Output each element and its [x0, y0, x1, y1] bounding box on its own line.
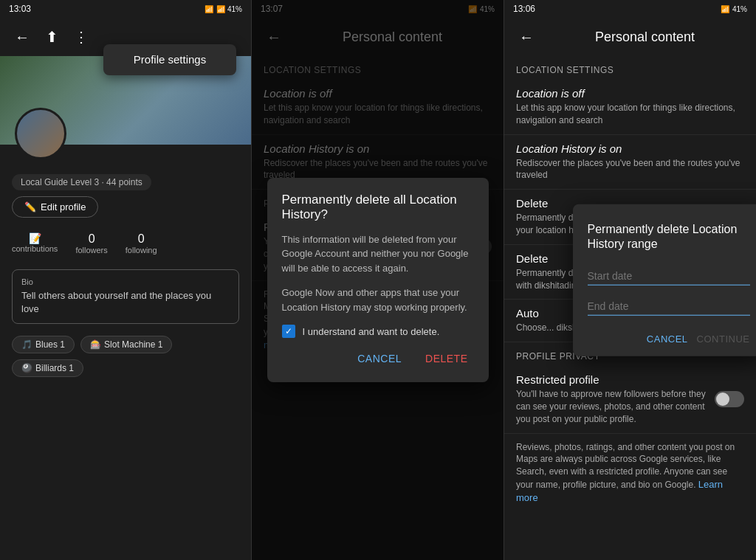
tag-blues-label: Blues 1: [35, 339, 65, 350]
delete-checkbox-row: ✓ I understand and want to delete.: [282, 325, 474, 338]
profile-settings-popup: Profile settings: [103, 44, 236, 75]
slot-icon: 🎰: [90, 339, 101, 350]
share-icon[interactable]: ⬆: [41, 28, 62, 46]
profile-settings-title: Profile settings: [134, 53, 206, 66]
back-icon-3[interactable]: ←: [516, 29, 537, 46]
status-icons-3: 📶 41%: [721, 5, 747, 13]
location-history-desc-3: Rediscover the places you've been and th…: [516, 157, 744, 182]
panel-personal-content: 13:07 📶 41% ← Personal content Location …: [251, 0, 504, 560]
contributions-icon: 📝: [12, 232, 58, 244]
followers-count: 0: [75, 232, 107, 246]
local-guide-badge: Local Guide Level 3 · 44 points: [12, 174, 151, 190]
battery-3: 41%: [732, 5, 747, 13]
time-1: 13:03: [9, 4, 31, 14]
toolbar-3: ← Personal content: [504, 18, 756, 56]
tag-blues[interactable]: 🎵 Blues 1: [12, 336, 75, 353]
music-icon: 🎵: [21, 339, 32, 350]
restricted-desc-3: You'll have to approve new followers bef…: [516, 388, 715, 425]
edit-profile-btn[interactable]: ✏️ Edit profile: [12, 196, 98, 218]
avatar: [15, 108, 66, 159]
location-history-title-3: Location History is on: [516, 142, 744, 155]
back-icon-1[interactable]: ←: [12, 29, 32, 46]
end-date-input[interactable]: [588, 297, 750, 316]
location-off-title-3: Location is off: [516, 87, 744, 100]
range-continue-button[interactable]: CONTINUE: [697, 333, 750, 345]
local-guide-text: Local Guide Level 3 · 44 points: [21, 177, 142, 187]
auto-desc-text: Choose...: [516, 322, 554, 333]
following-label: following: [126, 246, 157, 255]
restricted-toggle-row-3: Restricted profile You'll have to approv…: [516, 373, 744, 425]
restricted-profile-item-3: Restricted profile You'll have to approv…: [504, 366, 756, 433]
range-dialog-actions: CANCEL CONTINUE: [588, 333, 750, 345]
cancel-button[interactable]: Cancel: [351, 350, 408, 367]
battery-1: 📶 41%: [216, 5, 242, 13]
status-bar-1: 13:03 📶 📶 41%: [0, 0, 251, 18]
tag-billiards[interactable]: 🎱 Billiards 1: [12, 359, 83, 377]
panel-profile: 13:03 📶 📶 41% ← ⬆ ⋮ Profile settings Loc…: [0, 0, 251, 560]
more-icon-1[interactable]: ⋮: [71, 28, 92, 46]
bio-text: Tell others about yourself and the place…: [21, 289, 230, 316]
toolbar-title-3: Personal content: [546, 30, 744, 45]
following-stat[interactable]: 0 following: [126, 232, 157, 255]
check-mark: ✓: [285, 326, 292, 336]
stats-row: 📝 contributions 0 followers 0 following: [0, 224, 251, 263]
restricted-title-3: Restricted profile: [516, 373, 715, 386]
wifi-icon: 📶: [205, 5, 213, 13]
delete-dialog-body1: This information will be deleted from yo…: [282, 232, 474, 276]
status-bar-3: 13:06 📶 41%: [504, 0, 756, 18]
section-location-3: Location settings: [504, 56, 756, 80]
delete-button[interactable]: Delete: [419, 350, 473, 367]
panel-personal-content-3: 13:06 📶 41% ← Personal content Location …: [504, 0, 756, 560]
delete-all-dialog: Permanently delete all Location History?…: [267, 178, 489, 383]
following-count: 0: [126, 232, 157, 246]
edit-icon: ✏️: [24, 201, 36, 212]
contributions-stat: 📝 contributions: [12, 232, 58, 255]
checkbox-label: I understand and want to delete.: [303, 326, 440, 337]
delete-checkbox[interactable]: ✓: [282, 325, 295, 338]
contributions-label: contributions: [12, 244, 58, 253]
wifi-icon-3: 📶: [721, 5, 729, 13]
range-dialog-title: Permanently delete Location History rang…: [588, 221, 750, 252]
delete-dialog-body2: Google Now and other apps that use your …: [282, 286, 474, 314]
status-icons-1: 📶 📶 41%: [205, 5, 242, 13]
location-history-item-3[interactable]: Location History is on Rediscover the pl…: [504, 135, 756, 190]
location-off-item-3[interactable]: Location is off Let this app know your l…: [504, 80, 756, 135]
edit-profile-label: Edit profile: [41, 201, 86, 212]
restricted-toggle-3[interactable]: [715, 391, 744, 407]
billiards-icon: 🎱: [21, 363, 32, 373]
bio-label: Bio: [21, 277, 230, 286]
time-3: 13:06: [513, 4, 535, 14]
delete-dialog-title: Permanently delete all Location History?: [282, 193, 474, 222]
restricted-text-3: Restricted profile You'll have to approv…: [516, 373, 715, 425]
reviews-text-3: Reviews, photos, ratings, and other cont…: [504, 434, 756, 513]
followers-stat[interactable]: 0 followers: [75, 232, 107, 255]
tag-slotmachine-label: Slot Machine 1: [104, 339, 162, 350]
bio-section: Bio Tell others about yourself and the p…: [12, 269, 239, 324]
range-dialog: Permanently delete Location History rang…: [573, 204, 757, 356]
location-off-desc-3: Let this app know your location for thin…: [516, 102, 744, 127]
tags-row: 🎵 Blues 1 🎰 Slot Machine 1 🎱 Billiards 1: [0, 330, 251, 383]
followers-label: followers: [75, 246, 107, 255]
toggle-knob-3: [716, 393, 729, 406]
tag-billiards-label: Billiards 1: [35, 363, 74, 373]
start-date-input[interactable]: [588, 267, 750, 286]
range-cancel-button[interactable]: CANCEL: [647, 333, 688, 345]
tag-slotmachine[interactable]: 🎰 Slot Machine 1: [80, 336, 172, 353]
dialog-actions: Cancel Delete: [282, 350, 474, 367]
delete-dialog-overlay: Permanently delete all Location History?…: [252, 0, 504, 560]
